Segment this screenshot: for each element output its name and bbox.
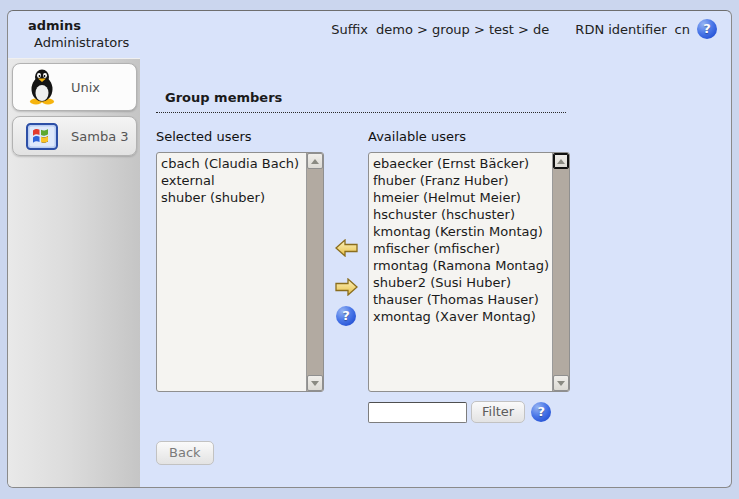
selected-users-listbox[interactable]: cbach (Claudia Bach)externalshuber (shub…	[156, 152, 324, 392]
back-row: Back	[156, 441, 731, 465]
linux-tux-icon	[26, 69, 58, 105]
scroll-up-button[interactable]	[553, 153, 569, 169]
selected-users-label: Selected users	[156, 129, 324, 144]
list-item[interactable]: rmontag (Ramona Montag)	[373, 257, 569, 274]
unix-module-panel: Group members Selected users cbach (Clau…	[140, 58, 731, 487]
selected-users-scrollbar[interactable]	[306, 153, 323, 391]
available-users-items: ebaecker (Ernst Bäcker)fhuber (Franz Hub…	[369, 153, 569, 325]
help-icon[interactable]: ?	[336, 306, 356, 326]
available-users-label: Available users	[368, 129, 570, 144]
triangle-up-icon	[311, 159, 319, 164]
account-name: admins	[28, 17, 129, 34]
list-item[interactable]: hschuster (hschuster)	[373, 206, 569, 223]
windows-flag-icon	[26, 123, 58, 150]
editor-body: Unix Samba 3 Group members	[8, 58, 731, 487]
list-item[interactable]: thauser (Thomas Hauser)	[373, 291, 569, 308]
tab-samba-3[interactable]: Samba 3	[12, 116, 137, 156]
suffix-value: demo > group > test > de	[376, 22, 549, 37]
back-button[interactable]: Back	[156, 441, 214, 465]
account-title-block: admins Administrators	[28, 17, 129, 51]
group-members-editor: Selected users cbach (Claudia Bach)exter…	[156, 129, 731, 423]
list-item[interactable]: cbach (Claudia Bach)	[161, 155, 323, 172]
rdn-identifier-label: RDN identifier	[575, 22, 666, 37]
arrow-left-icon	[335, 239, 358, 257]
list-item[interactable]: kmontag (Kerstin Montag)	[373, 223, 569, 240]
list-item[interactable]: xmontag (Xaver Montag)	[373, 308, 569, 325]
triangle-down-icon	[557, 381, 565, 386]
arrow-right-icon	[335, 278, 358, 296]
move-right-button[interactable]	[335, 278, 358, 296]
account-header: admins Administrators Suffix demo > grou…	[8, 11, 731, 58]
filter-button[interactable]: Filter	[471, 401, 525, 423]
list-item[interactable]: mfischer (mfischer)	[373, 240, 569, 257]
selected-users-items: cbach (Claudia Bach)externalshuber (shub…	[157, 153, 323, 206]
help-icon[interactable]: ?	[697, 19, 717, 39]
available-users-column: Available users ebaecker (Ernst Bäcker)f…	[368, 129, 570, 423]
list-item[interactable]: shuber2 (Susi Huber)	[373, 274, 569, 291]
tab-label: Unix	[71, 80, 100, 95]
account-editor-window: admins Administrators Suffix demo > grou…	[7, 10, 732, 488]
filter-input[interactable]	[368, 402, 467, 423]
scroll-down-button[interactable]	[553, 375, 569, 391]
list-item[interactable]: external	[161, 172, 323, 189]
account-description: Administrators	[28, 34, 129, 51]
list-item[interactable]: ebaecker (Ernst Bäcker)	[373, 155, 569, 172]
list-item[interactable]: hmeier (Helmut Meier)	[373, 189, 569, 206]
tab-label: Samba 3	[71, 129, 129, 144]
rdn-identifier-value: cn	[675, 22, 690, 37]
available-users-listbox[interactable]: ebaecker (Ernst Bäcker)fhuber (Franz Hub…	[368, 152, 570, 392]
available-users-scrollbar[interactable]	[552, 153, 569, 391]
scroll-up-button[interactable]	[307, 153, 323, 169]
list-item[interactable]: shuber (shuber)	[161, 189, 323, 206]
filter-row: Filter ?	[368, 401, 570, 423]
list-item[interactable]: fhuber (Franz Huber)	[373, 172, 569, 189]
transfer-controls: ?	[324, 129, 368, 423]
scroll-down-button[interactable]	[307, 375, 323, 391]
help-icon[interactable]: ?	[531, 402, 551, 422]
triangle-up-icon	[557, 159, 565, 164]
triangle-down-icon	[311, 381, 319, 386]
suffix-label: Suffix	[331, 22, 368, 37]
move-left-button[interactable]	[335, 239, 358, 257]
module-sidebar: Unix Samba 3	[8, 58, 140, 487]
header-meta: Suffix demo > group > test > de RDN iden…	[331, 19, 717, 39]
tab-unix[interactable]: Unix	[12, 63, 137, 111]
section-title: Group members	[156, 90, 566, 113]
selected-users-column: Selected users cbach (Claudia Bach)exter…	[156, 129, 324, 392]
